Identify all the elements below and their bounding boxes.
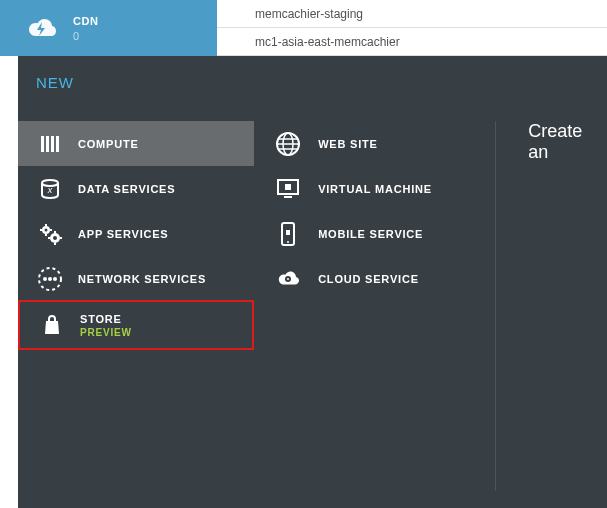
svg-rect-31 [286,230,290,235]
service-label: MOBILE SERVICE [318,228,423,240]
category-label: NETWORK SERVICES [78,273,206,285]
new-panel: NEW COMPUTE x DATA SERVICES [18,56,607,508]
list-item[interactable]: mc1-asia-east-memcachier [217,28,607,56]
cloud-bolt-icon [25,15,59,41]
category-sublabel: PREVIEW [80,327,132,338]
category-compute[interactable]: COMPUTE [18,121,254,166]
svg-rect-28 [284,196,292,198]
network-icon [36,265,64,293]
category-store[interactable]: STORE PREVIEW [18,300,254,350]
svg-point-9 [53,236,57,240]
service-virtual-machine[interactable]: VIRTUAL MACHINE [254,166,495,211]
category-column: COMPUTE x DATA SERVICES APP SERVICES [18,121,254,491]
category-data-services[interactable]: x DATA SERVICES [18,166,254,211]
cdn-label: CDN [73,15,98,27]
svg-rect-2 [51,136,54,152]
compute-icon [36,130,64,158]
list-item[interactable]: memcachier-staging [217,0,607,28]
category-label: COMPUTE [78,138,139,150]
svg-point-21 [53,277,57,281]
category-network-services[interactable]: NETWORK SERVICES [18,256,254,301]
service-web-site[interactable]: WEB SITE [254,121,495,166]
shopping-bag-icon [38,311,66,339]
service-column: WEB SITE VIRTUAL MACHINE MOBILE SERVICE … [254,121,496,491]
cloud-gear-icon [274,265,302,293]
category-app-services[interactable]: APP SERVICES [18,211,254,256]
svg-point-32 [287,241,289,243]
service-mobile-service[interactable]: MOBILE SERVICE [254,211,495,256]
monitor-icon [274,175,302,203]
svg-rect-3 [56,136,59,152]
category-label: APP SERVICES [78,228,169,240]
svg-rect-29 [285,184,291,190]
globe-icon [274,130,302,158]
cdn-text: CDN 0 [73,15,98,42]
category-label: DATA SERVICES [78,183,175,195]
gears-icon [36,220,64,248]
svg-point-20 [48,277,52,281]
svg-point-34 [287,278,289,280]
svg-rect-1 [46,136,49,152]
mobile-icon [274,220,302,248]
category-label: STORE [80,313,132,325]
service-label: CLOUD SERVICE [318,273,419,285]
svg-point-8 [45,228,48,231]
detail-column: Create an [496,121,607,491]
top-items: memcachier-staging mc1-asia-east-memcach… [217,0,607,56]
detail-heading: Create an [528,121,607,163]
svg-text:x: x [47,185,53,195]
service-label: WEB SITE [318,138,378,150]
service-cloud-service[interactable]: CLOUD SERVICE [254,256,495,301]
new-heading: NEW [18,56,607,91]
columns: COMPUTE x DATA SERVICES APP SERVICES [18,121,607,491]
cdn-tile[interactable]: CDN 0 [0,0,217,56]
svg-point-19 [43,277,47,281]
svg-rect-0 [41,136,44,152]
service-label: VIRTUAL MACHINE [318,183,432,195]
cdn-count: 0 [73,30,98,42]
database-icon: x [36,175,64,203]
top-strip: CDN 0 memcachier-staging mc1-asia-east-m… [0,0,607,56]
